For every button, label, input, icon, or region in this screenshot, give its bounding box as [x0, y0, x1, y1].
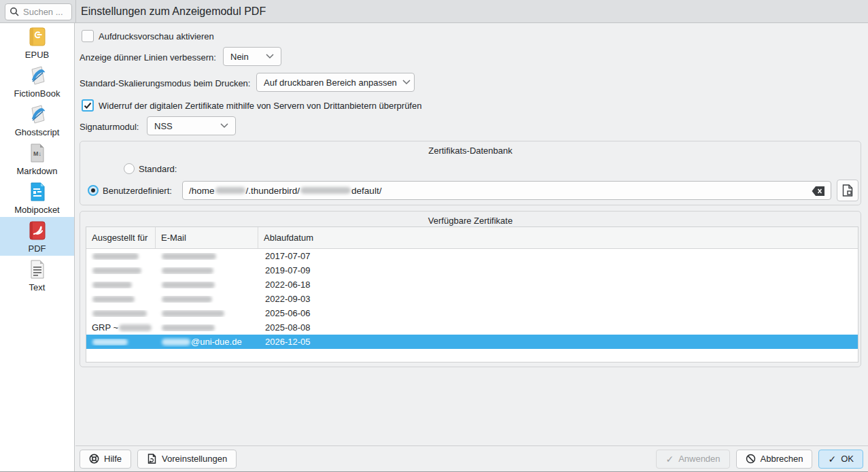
cert-expiry-cell: 2017-07-07: [258, 251, 858, 261]
path-segment: default/: [351, 186, 381, 196]
sidebar-item-mobipocket[interactable]: Mobipocket: [0, 178, 74, 217]
cert-issued-cell: [86, 267, 156, 274]
table-row-selected[interactable]: @uni-due.de 2026-12-05: [86, 335, 858, 349]
apply-button-label: Anwenden: [678, 454, 720, 464]
db-path-input[interactable]: /home/.thunderbird/default/: [182, 181, 831, 200]
cert-issued-cell: [86, 339, 156, 345]
sidebar-item-pdf[interactable]: PDF: [0, 217, 74, 256]
sidebar-item-label: Markdown: [17, 166, 58, 176]
open-file-icon: [842, 184, 853, 197]
sidebar-item-label: Mobipocket: [14, 205, 59, 215]
sidebar-item-ghostscript[interactable]: Ghostscript: [0, 101, 74, 139]
check-icon: [83, 101, 92, 110]
column-header-issued[interactable]: Ausgestellt für: [86, 227, 156, 248]
ok-button-label: OK: [841, 454, 854, 464]
revocation-checkbox[interactable]: [82, 99, 94, 112]
thin-lines-value: Nein: [230, 52, 260, 62]
defaults-button[interactable]: Voreinstellungen: [137, 450, 237, 469]
help-button[interactable]: Hilfe: [80, 450, 131, 469]
certificates-table: Ausgestellt für E-Mail Ablaufdatum 2017-…: [86, 226, 858, 363]
revocation-label: Widerruf der digitalen Zertifikate mithi…: [99, 101, 421, 111]
default-db-label: Standard:: [139, 164, 177, 174]
cert-issued-cell: [86, 296, 156, 303]
thin-lines-select[interactable]: Nein: [223, 47, 281, 66]
text-icon: [27, 258, 48, 280]
sidebar-item-epub[interactable]: EPUB: [0, 23, 74, 62]
sidebar-item-label: Text: [29, 282, 46, 292]
sidebar-item-fictionbook[interactable]: FictionBook: [0, 62, 74, 101]
table-row[interactable]: GRP ~ 2025-08-08: [86, 320, 858, 335]
signature-backend-value: NSS: [154, 121, 215, 131]
browse-file-button[interactable]: [837, 180, 858, 201]
settings-dialog: Einstellungen zum Anzeigemodul PDF EPUB …: [0, 0, 868, 472]
table-row[interactable]: 2025-06-06: [86, 306, 858, 320]
sidebar-item-label: EPUB: [25, 50, 49, 60]
cert-email-suffix: @uni-due.de: [191, 337, 242, 347]
available-certificates-title: Verfügbare Zertifikate: [80, 216, 861, 226]
print-preview-label: Aufdrucksvorschau aktivieren: [99, 31, 214, 41]
search-input[interactable]: [5, 3, 72, 20]
clear-backspace-icon[interactable]: [812, 186, 825, 197]
cert-email-cell: [156, 310, 258, 317]
sidebar-item-markdown[interactable]: M↓ Markdown: [0, 139, 74, 178]
scale-mode-value: Auf druckbaren Bereich anpassen: [264, 78, 397, 88]
cert-email-cell: [156, 324, 258, 331]
available-certificates-group: Verfügbare Zertifikate Ausgestellt für E…: [80, 211, 861, 367]
svg-text:M↓: M↓: [33, 150, 41, 157]
pdf-icon: [27, 220, 48, 241]
thin-lines-label: Anzeige dünner Linien verbessern:: [80, 52, 216, 63]
defaults-button-label: Voreinstellungen: [162, 454, 227, 464]
ghostscript-icon: [27, 103, 48, 125]
signature-backend-select[interactable]: NSS: [147, 116, 236, 135]
certificate-database-title: Zertifikats-Datenbank: [80, 146, 861, 156]
cert-email-cell: [156, 267, 258, 274]
cert-email-cell: [156, 296, 258, 303]
cert-expiry-cell: 2019-07-09: [258, 265, 858, 275]
ok-button[interactable]: ✓ OK: [818, 450, 863, 469]
pdf-backend-settings: Aufdrucksvorschau aktivieren Anzeige dün…: [75, 23, 868, 445]
scale-mode-select[interactable]: Auf druckbaren Bereich anpassen: [256, 73, 415, 92]
markdown-icon: M↓: [27, 142, 48, 164]
default-db-radio[interactable]: [124, 163, 135, 174]
cert-expiry-cell: 2025-08-08: [258, 322, 858, 333]
dialog-header: Einstellungen zum Anzeigemodul PDF: [0, 0, 868, 23]
table-row[interactable]: 2019-07-09: [86, 263, 858, 277]
help-button-label: Hilfe: [104, 454, 122, 464]
epub-icon: [27, 26, 48, 48]
help-icon: [89, 454, 99, 464]
chevron-down-icon: [220, 123, 228, 129]
column-header-expiry[interactable]: Ablaufdatum: [258, 227, 858, 248]
table-row[interactable]: 2022-06-18: [86, 277, 858, 292]
path-segment: /.thunderbird/: [246, 186, 300, 196]
check-icon: ✓: [665, 454, 674, 464]
cert-issued-cell: [86, 253, 156, 260]
page-title: Einstellungen zum Anzeigemodul PDF: [75, 0, 868, 23]
cert-expiry-cell: 2022-09-03: [258, 294, 858, 304]
cert-email-cell: @uni-due.de: [156, 337, 258, 347]
backend-sidebar: EPUB FictionBook Ghostscript M↓: [0, 23, 75, 471]
print-preview-checkbox[interactable]: [82, 30, 94, 42]
cancel-icon: [746, 454, 756, 464]
cert-issued-cell: [86, 282, 156, 288]
sidebar-item-text[interactable]: Text: [0, 256, 74, 294]
cert-email-cell: [156, 253, 258, 260]
cert-issued-prefix: GRP ~: [92, 322, 118, 333]
sidebar-item-label: Ghostscript: [15, 127, 60, 137]
cert-expiry-cell: 2026-12-05: [258, 337, 858, 347]
sidebar-item-label: FictionBook: [14, 88, 60, 99]
apply-button[interactable]: ✓ Anwenden: [656, 450, 729, 469]
dialog-footer: Hilfe Voreinstellungen ✓ Anwenden Abbrec…: [75, 445, 868, 471]
path-segment: /home: [189, 186, 215, 196]
certificate-database-group: Zertifikats-Datenbank Standard: Benutzer…: [80, 141, 861, 205]
mobipocket-icon: [27, 181, 48, 203]
cert-expiry-cell: 2025-06-06: [258, 308, 858, 318]
table-row[interactable]: 2022-09-03: [86, 292, 858, 306]
cancel-button[interactable]: Abbrechen: [736, 450, 813, 469]
custom-db-radio[interactable]: [88, 185, 99, 196]
cert-issued-cell: GRP ~: [86, 322, 156, 333]
table-row[interactable]: 2017-07-07: [86, 249, 858, 263]
scale-mode-label: Standard-Skalierungsmodus beim Drucken:: [80, 78, 250, 88]
check-icon: ✓: [828, 454, 836, 464]
column-header-email[interactable]: E-Mail: [156, 227, 258, 248]
custom-db-label: Benutzerdefiniert:: [103, 186, 172, 196]
